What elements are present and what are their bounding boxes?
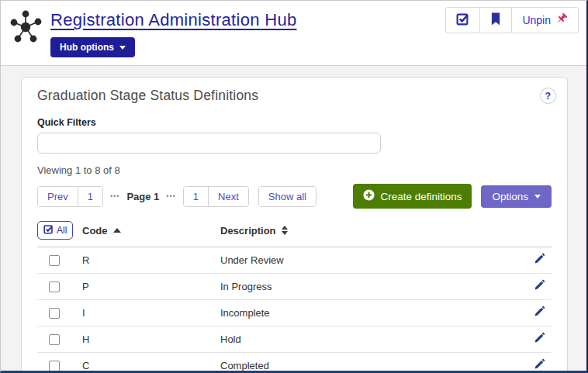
pencil-icon bbox=[533, 279, 545, 294]
select-mode-button[interactable] bbox=[445, 7, 480, 33]
code-cell: P bbox=[82, 281, 220, 292]
hub-options-button[interactable]: Hub options bbox=[50, 37, 135, 57]
show-all-button[interactable]: Show all bbox=[259, 187, 316, 206]
description-cell: Hold bbox=[220, 333, 517, 345]
code-cell: R bbox=[82, 254, 220, 266]
next-page-button[interactable]: Next bbox=[208, 187, 248, 206]
definitions-panel: Graduation Stage Status Definitions ? Qu… bbox=[21, 77, 568, 371]
row-checkbox[interactable] bbox=[49, 308, 60, 319]
unpin-label: Unpin bbox=[522, 14, 551, 26]
first-page-button[interactable]: 1 bbox=[78, 187, 102, 206]
plus-circle-icon bbox=[363, 189, 375, 203]
table-row: P In Progress bbox=[37, 274, 552, 300]
page-title-link[interactable]: Registration Administration Hub bbox=[50, 10, 296, 30]
description-cell: Under Review bbox=[220, 254, 517, 266]
table-row: C Completed bbox=[37, 353, 552, 373]
description-header-label: Description bbox=[220, 225, 276, 237]
table-row: H Hold bbox=[37, 326, 552, 353]
check-square-icon bbox=[43, 224, 54, 237]
table-row: I Incomplete bbox=[37, 300, 552, 326]
code-cell: I bbox=[82, 307, 220, 319]
check-square-icon bbox=[456, 12, 469, 29]
pencil-icon bbox=[533, 332, 545, 347]
edit-button[interactable] bbox=[531, 251, 547, 269]
app-logo-molecule-icon bbox=[7, 7, 44, 47]
definitions-table: All Code Description R Under Review bbox=[37, 221, 552, 373]
pagination-group-next: 1 Next bbox=[183, 186, 249, 207]
edit-button[interactable] bbox=[531, 330, 547, 348]
create-definitions-button[interactable]: Create definitions bbox=[353, 184, 472, 209]
select-all-button[interactable]: All bbox=[37, 221, 73, 240]
chevron-down-icon bbox=[534, 195, 541, 199]
column-header-code[interactable]: Code bbox=[82, 225, 220, 237]
show-all-group: Show all bbox=[258, 186, 316, 207]
help-button[interactable]: ? bbox=[540, 88, 556, 104]
panel-title: Graduation Stage Status Definitions bbox=[37, 88, 258, 104]
hub-options-label: Hub options bbox=[60, 42, 114, 53]
page-content: Graduation Stage Status Definitions ? Qu… bbox=[1, 66, 586, 371]
bookmark-button[interactable] bbox=[479, 7, 512, 33]
pagination-ellipsis-right: ••• bbox=[166, 192, 175, 200]
prev-page-button[interactable]: Prev bbox=[38, 187, 78, 206]
sort-ascending-icon bbox=[113, 228, 121, 233]
viewing-status-text: Viewing 1 to 8 of 8 bbox=[37, 164, 552, 176]
header-action-group: Unpin bbox=[446, 7, 579, 33]
select-all-label: All bbox=[57, 225, 67, 236]
table-row: R Under Review bbox=[37, 247, 552, 274]
table-header-row: All Code Description bbox=[37, 221, 552, 247]
code-cell: H bbox=[82, 333, 220, 345]
edit-button[interactable] bbox=[531, 278, 547, 295]
code-cell: C bbox=[82, 360, 220, 371]
bookmark-icon bbox=[490, 12, 501, 29]
row-checkbox[interactable] bbox=[49, 255, 60, 266]
sort-both-icon bbox=[282, 226, 288, 235]
edit-button[interactable] bbox=[531, 357, 547, 373]
options-label: Options bbox=[492, 191, 528, 202]
quick-filters-input[interactable] bbox=[37, 133, 381, 154]
pagination-and-actions-row: Prev 1 ••• Page 1 ••• 1 Next Show all bbox=[37, 184, 552, 209]
column-header-description[interactable]: Description bbox=[220, 225, 517, 237]
pencil-icon bbox=[533, 253, 545, 268]
row-checkbox[interactable] bbox=[49, 361, 60, 371]
pagination-group-prev: Prev 1 bbox=[37, 186, 103, 207]
question-mark-icon: ? bbox=[545, 91, 551, 102]
quick-filters-label: Quick Filters bbox=[37, 117, 552, 128]
description-cell: Completed bbox=[220, 360, 517, 371]
options-button[interactable]: Options bbox=[481, 185, 552, 208]
create-definitions-label: Create definitions bbox=[380, 191, 462, 202]
pushpin-icon bbox=[555, 12, 568, 29]
code-header-label: Code bbox=[82, 225, 108, 237]
pagination-ellipsis-left: ••• bbox=[110, 192, 119, 200]
unpin-button[interactable]: Unpin bbox=[511, 7, 579, 33]
description-cell: In Progress bbox=[220, 281, 517, 292]
row-checkbox[interactable] bbox=[49, 334, 60, 345]
pencil-icon bbox=[533, 358, 545, 373]
row-checkbox[interactable] bbox=[49, 281, 60, 292]
pencil-icon bbox=[533, 306, 545, 320]
edit-button[interactable] bbox=[531, 304, 547, 322]
chevron-down-icon bbox=[119, 46, 126, 50]
description-cell: Incomplete bbox=[220, 307, 517, 319]
app-header: Registration Administration Hub Hub opti… bbox=[1, 1, 586, 66]
last-page-button[interactable]: 1 bbox=[184, 187, 208, 206]
current-page-label: Page 1 bbox=[126, 191, 159, 202]
